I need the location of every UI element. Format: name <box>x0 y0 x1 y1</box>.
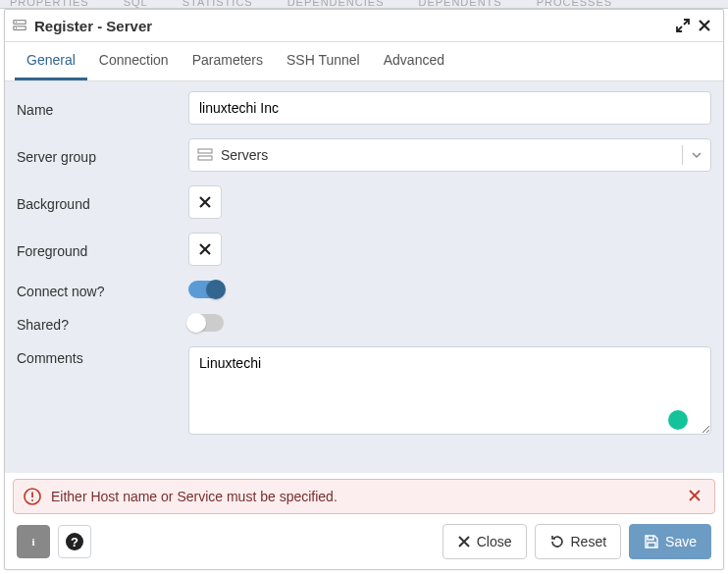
tab-connection[interactable]: Connection <box>87 42 181 80</box>
close-button[interactable]: Close <box>442 524 527 559</box>
maximize-button[interactable] <box>672 15 694 36</box>
tab-parameters[interactable]: Parameters <box>181 42 275 80</box>
save-button[interactable]: Save <box>629 524 711 559</box>
connect-now-toggle[interactable] <box>188 281 224 298</box>
server-group-select[interactable]: Servers <box>188 138 711 172</box>
svg-point-3 <box>16 27 17 28</box>
dialog-footer: i ? Close Reset Save <box>5 514 723 569</box>
connect-now-label: Connect now? <box>17 280 188 299</box>
comments-textarea[interactable] <box>188 346 711 435</box>
tabbar: General Connection Parameters SSH Tunnel… <box>5 42 723 81</box>
name-input[interactable] <box>188 91 711 125</box>
background-menu: Properties SQL Statistics Dependencies D… <box>0 0 728 9</box>
titlebar: Register - Server <box>5 10 723 42</box>
alert-icon <box>24 488 41 505</box>
foreground-label: Foreground <box>17 239 188 259</box>
dialog-title: Register - Server <box>34 18 672 34</box>
error-alert: Either Host name or Service must be spec… <box>13 479 715 514</box>
svg-rect-5 <box>198 156 212 160</box>
background-clear-button[interactable] <box>188 185 222 219</box>
chevron-down-icon <box>682 145 702 165</box>
close-icon <box>457 535 471 548</box>
svg-point-8 <box>31 499 33 501</box>
x-icon <box>197 194 213 210</box>
reset-button[interactable]: Reset <box>535 524 622 559</box>
server-group-icon <box>197 147 213 163</box>
svg-rect-4 <box>198 149 212 153</box>
tab-general[interactable]: General <box>15 42 87 80</box>
comments-label: Comments <box>17 346 188 366</box>
svg-rect-1 <box>14 26 26 30</box>
help-icon: ? <box>65 532 84 551</box>
x-icon <box>197 241 213 257</box>
svg-text:i: i <box>31 536 34 548</box>
svg-rect-0 <box>14 21 26 25</box>
svg-text:?: ? <box>71 535 78 549</box>
server-group-label: Server group <box>17 145 188 165</box>
tab-advanced[interactable]: Advanced <box>372 42 456 80</box>
close-dialog-button[interactable] <box>694 15 715 36</box>
save-icon <box>644 534 659 549</box>
help-button[interactable]: ? <box>58 525 91 558</box>
grammarly-icon[interactable] <box>668 410 688 430</box>
alert-close-button[interactable] <box>685 488 704 505</box>
name-label: Name <box>17 98 188 118</box>
info-button[interactable]: i <box>17 525 50 558</box>
tab-ssh-tunnel[interactable]: SSH Tunnel <box>275 42 372 80</box>
svg-point-2 <box>16 22 17 23</box>
background-label: Background <box>17 192 188 212</box>
alert-message: Either Host name or Service must be spec… <box>51 489 685 504</box>
register-server-dialog: Register - Server General Connection Par… <box>4 9 724 570</box>
info-icon: i <box>26 534 41 549</box>
reset-icon <box>549 534 565 549</box>
server-group-value: Servers <box>221 147 682 163</box>
shared-label: Shared? <box>17 313 188 333</box>
form-area: Name Server group Servers Backg <box>5 81 723 473</box>
shared-toggle[interactable] <box>188 314 224 332</box>
server-icon <box>13 19 28 32</box>
foreground-clear-button[interactable] <box>188 233 222 266</box>
